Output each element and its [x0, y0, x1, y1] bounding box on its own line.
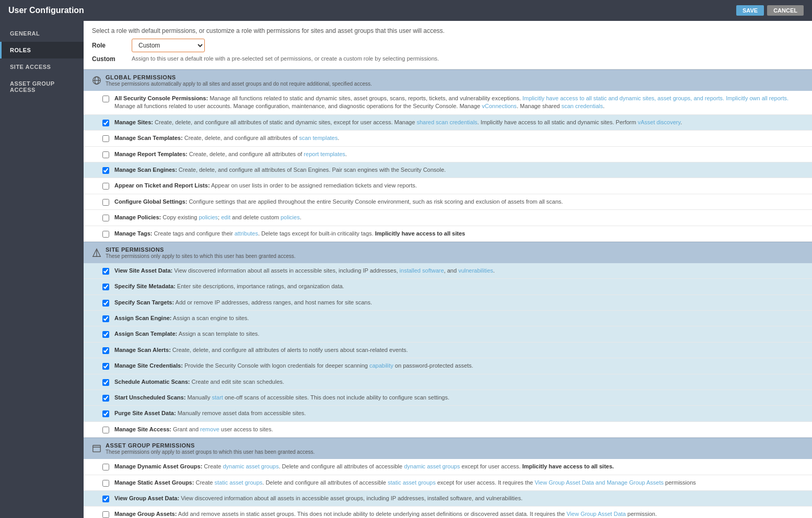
perm-manage-sites-checkbox[interactable] — [102, 120, 109, 126]
perm-view-group-asset-data-checkbox[interactable] — [102, 496, 109, 502]
save-button[interactable]: SAVE — [736, 5, 764, 16]
perm-configure-global-settings-checkbox[interactable] — [102, 199, 109, 206]
perm-manage-scan-templates-checkbox[interactable] — [102, 135, 109, 142]
global-permissions-section: GLOBAL PERMISSIONS These permissions aut… — [84, 69, 812, 242]
perm-manage-sites: Manage Sites: Create, delete, and config… — [84, 115, 812, 131]
site-permissions-title: SITE PERMISSIONS — [106, 246, 296, 253]
perm-manage-static-asset-groups-checkbox[interactable] — [102, 480, 109, 487]
asset-group-permissions-section: ASSET GROUP PERMISSIONS These permission… — [84, 438, 812, 518]
global-permissions-desc: These permissions automatically apply to… — [106, 81, 372, 87]
perm-view-site-asset-data-checkbox[interactable] — [102, 268, 109, 275]
perm-manage-tags-checkbox[interactable] — [102, 231, 109, 238]
perm-manage-site-access: Manage Site Access: Grant and remove use… — [84, 422, 812, 438]
svg-rect-5 — [93, 445, 100, 452]
perm-manage-site-credentials: Manage Site Credentials: Provide the Sec… — [84, 358, 812, 374]
perm-start-unscheduled-scans: Start Unscheduled Scans: Manually start … — [84, 390, 812, 406]
site-permissions-section: SITE PERMISSIONS These permissions only … — [84, 242, 812, 438]
role-label: Role — [92, 42, 123, 49]
page-title: User Configuration — [8, 6, 84, 15]
perm-purge-site-asset-data-checkbox[interactable] — [102, 410, 109, 417]
perm-appear-ticket-report-checkbox[interactable] — [102, 183, 109, 190]
global-permissions-title: GLOBAL PERMISSIONS — [106, 74, 372, 80]
perm-manage-policies-checkbox[interactable] — [102, 215, 109, 221]
perm-configure-global-settings: Configure Global Settings: Configure set… — [84, 194, 812, 210]
perm-manage-scan-alerts-checkbox[interactable] — [102, 347, 109, 354]
perm-specify-scan-targets: Specify Scan Targets: Add or remove IP a… — [84, 295, 812, 311]
sidebar-item-site-access[interactable]: SITE ACCESS — [0, 58, 84, 75]
asset-group-permissions-desc: These permissions only apply to asset gr… — [106, 449, 315, 455]
content-area: Select a role with default permissions, … — [84, 21, 812, 518]
cancel-button[interactable]: CANCEL — [767, 5, 804, 16]
asset-group-permissions-title: ASSET GROUP PERMISSIONS — [106, 442, 315, 449]
roles-description: Select a role with default permissions, … — [92, 27, 804, 34]
perm-manage-dynamic-asset-groups-checkbox[interactable] — [102, 464, 109, 470]
perm-assign-scan-engine-checkbox[interactable] — [102, 315, 109, 322]
site-permissions-header: SITE PERMISSIONS These permissions only … — [84, 242, 812, 263]
perm-manage-static-asset-groups: Manage Static Asset Groups: Create stati… — [84, 475, 812, 491]
site-permissions-desc: These permissions only apply to sites to… — [106, 253, 296, 259]
global-permissions-header: GLOBAL PERMISSIONS These permissions aut… — [84, 69, 812, 91]
perm-purge-site-asset-data: Purge Site Asset Data: Manually remove a… — [84, 406, 812, 421]
perm-specify-site-metadata: Specify Site Metadata: Enter site descri… — [84, 279, 812, 295]
perm-manage-dynamic-asset-groups: Manage Dynamic Asset Groups: Create dyna… — [84, 459, 812, 475]
sidebar-item-asset-group-access[interactable]: ASSET GROUP ACCESS — [0, 75, 84, 98]
perm-manage-scan-engines: Manage Scan Engines: Create, delete, and… — [84, 162, 812, 178]
perm-appear-ticket-report: Appear on Ticket and Report Lists: Appea… — [84, 178, 812, 194]
sidebar: GENERAL ROLES SITE ACCESS ASSET GROUP AC… — [0, 21, 84, 518]
sidebar-item-general[interactable]: GENERAL — [0, 25, 84, 42]
perm-manage-tags: Manage Tags: Create tags and configure t… — [84, 226, 812, 242]
perm-all-security-console: All Security Console Permissions: Manage… — [84, 91, 812, 115]
perm-manage-policies: Manage Policies: Copy existing policies;… — [84, 210, 812, 226]
globe-icon — [92, 76, 101, 85]
perm-manage-report-templates: Manage Report Templates: Create, delete,… — [84, 147, 812, 162]
perm-assign-scan-template: Assign Scan Template: Assign a scan temp… — [84, 326, 812, 342]
custom-label: Custom — [92, 55, 123, 63]
perm-manage-report-templates-checkbox[interactable] — [102, 151, 109, 158]
perm-all-security-console-checkbox[interactable] — [102, 96, 109, 102]
sidebar-item-roles[interactable]: ROLES — [0, 42, 84, 58]
site-icon — [92, 248, 101, 257]
perm-start-unscheduled-scans-checkbox[interactable] — [102, 395, 109, 402]
perm-manage-site-access-checkbox[interactable] — [102, 427, 109, 433]
asset-group-permissions-header: ASSET GROUP PERMISSIONS These permission… — [84, 438, 812, 459]
asset-group-icon — [92, 444, 101, 453]
perm-manage-scan-templates: Manage Scan Templates: Create, delete, a… — [84, 131, 812, 146]
perm-manage-group-assets: Manage Group Assets: Add and remove asse… — [84, 507, 812, 518]
perm-view-group-asset-data: View Group Asset Data: View discovered i… — [84, 491, 812, 507]
perm-assign-scan-template-checkbox[interactable] — [102, 331, 109, 338]
perm-manage-group-assets-checkbox[interactable] — [102, 511, 109, 518]
perm-assign-scan-engine: Assign Scan Engine: Assign a scan engine… — [84, 311, 812, 326]
perm-manage-scan-engines-checkbox[interactable] — [102, 167, 109, 174]
custom-description: Assign to this user a default role with … — [132, 55, 439, 62]
perm-manage-scan-alerts: Manage Scan Alerts: Create, delete, and … — [84, 343, 812, 358]
perm-manage-site-credentials-checkbox[interactable] — [102, 363, 109, 370]
perm-specify-site-metadata-checkbox[interactable] — [102, 284, 109, 290]
perm-schedule-automatic-scans: Schedule Automatic Scans: Create and edi… — [84, 374, 812, 390]
perm-schedule-automatic-scans-checkbox[interactable] — [102, 379, 109, 386]
role-select[interactable]: Custom Global Administrator Site Adminis… — [132, 39, 205, 52]
perm-view-site-asset-data: View Site Asset Data: View discovered in… — [84, 263, 812, 279]
perm-specify-scan-targets-checkbox[interactable] — [102, 300, 109, 307]
